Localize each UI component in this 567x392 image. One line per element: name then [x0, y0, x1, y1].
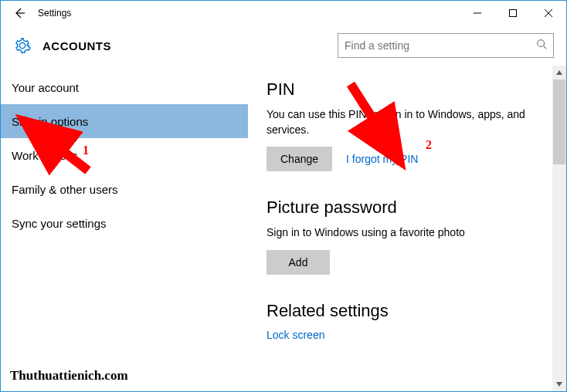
scrollbar-track[interactable] — [553, 79, 565, 377]
sidebar-item-sync-your-settings[interactable]: Sync your settings — [1, 206, 248, 240]
gear-icon — [13, 36, 32, 55]
search-icon — [536, 39, 547, 52]
sidebar-item-sign-in-options[interactable]: Sign-in options — [1, 104, 248, 138]
sidebar-item-label: Work access — [12, 149, 78, 162]
picture-password-description: Sign in to Windows using a favorite phot… — [267, 225, 543, 241]
pin-description: You can use this PIN to sign in to Windo… — [267, 107, 543, 137]
back-button[interactable] — [7, 1, 32, 25]
search-box[interactable] — [338, 33, 554, 58]
maximize-button[interactable] — [495, 1, 531, 25]
window-title: Settings — [38, 8, 71, 19]
watermark: Thuthuattienich.com — [10, 368, 128, 384]
forgot-pin-link[interactable]: I forgot my PIN — [346, 153, 418, 165]
sidebar-item-your-account[interactable]: Your account — [1, 70, 248, 104]
scrollbar-up-arrow[interactable] — [553, 66, 565, 79]
search-input[interactable] — [345, 39, 536, 52]
scrollbar-down-arrow[interactable] — [553, 378, 565, 390]
header: ACCOUNTS — [1, 25, 566, 66]
add-button[interactable]: Add — [267, 250, 330, 275]
sidebar: Your account Sign-in options Work access… — [1, 66, 248, 391]
sidebar-item-family-other-users[interactable]: Family & other users — [1, 172, 248, 206]
related-settings-heading: Related settings — [267, 301, 543, 321]
svg-rect-0 — [510, 10, 517, 17]
minimize-button[interactable] — [460, 1, 495, 25]
scrollbar[interactable] — [552, 66, 566, 391]
lock-screen-link[interactable]: Lock screen — [267, 329, 324, 341]
pin-heading: PIN — [267, 79, 543, 100]
sidebar-item-work-access[interactable]: Work access — [1, 138, 248, 172]
sidebar-item-label: Sign-in options — [12, 115, 88, 128]
picture-password-heading: Picture password — [267, 198, 543, 218]
change-button[interactable]: Change — [267, 147, 332, 171]
titlebar: Settings — [1, 1, 566, 25]
sidebar-item-label: Sync your settings — [12, 217, 107, 230]
content-pane: PIN You can use this PIN to sign in to W… — [248, 66, 566, 391]
related-settings-section: Related settings Lock screen — [267, 301, 543, 341]
scrollbar-thumb[interactable] — [553, 79, 565, 164]
sidebar-item-label: Your account — [12, 81, 79, 94]
svg-point-1 — [538, 40, 545, 47]
category-title: ACCOUNTS — [42, 39, 111, 52]
picture-password-section: Picture password Sign in to Windows usin… — [267, 198, 543, 275]
pin-section: PIN You can use this PIN to sign in to W… — [267, 79, 543, 171]
close-button[interactable] — [531, 1, 566, 25]
sidebar-item-label: Family & other users — [12, 183, 118, 196]
